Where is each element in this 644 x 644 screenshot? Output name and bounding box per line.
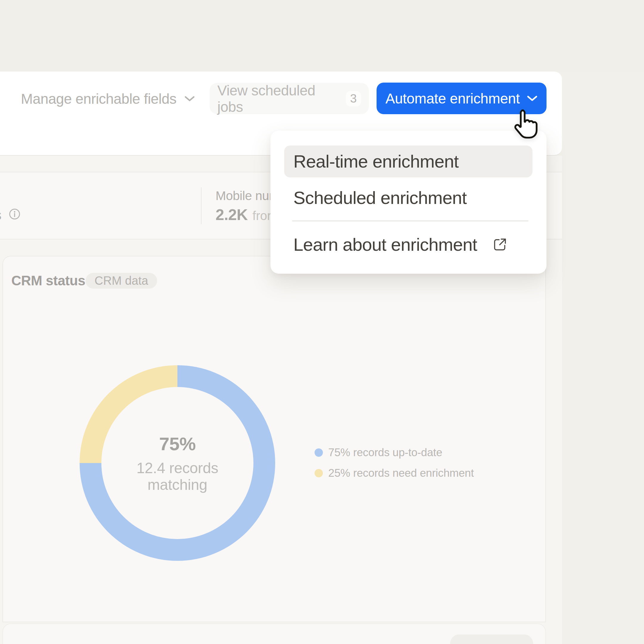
legend-label: 75% records up-to-date — [328, 446, 442, 459]
donut-center-caption-line2: matching — [148, 476, 207, 493]
partial-button[interactable] — [450, 634, 533, 644]
legend-dot-blue — [315, 448, 323, 457]
stats-metric-suffix: fror — [253, 209, 271, 223]
crm-data-badge-label: CRM data — [95, 274, 148, 287]
stats-metric-value-row: 2.2K fror — [216, 206, 271, 224]
info-icon[interactable] — [9, 208, 21, 220]
legend-label: 25% records need enrichment — [328, 467, 474, 479]
manage-enrichable-fields-dropdown[interactable]: Manage enrichable fields — [21, 83, 195, 114]
menu-item-label: Scheduled enrichment — [293, 188, 467, 208]
hand-pointer-cursor-icon — [512, 109, 540, 140]
chevron-down-icon — [184, 95, 195, 102]
stats-metric-label: Mobile nur — [216, 189, 273, 203]
donut-center-text: 75% 12.4 records matching — [80, 365, 275, 561]
view-scheduled-jobs-button[interactable]: View scheduled jobs 3 — [210, 83, 369, 114]
menu-item-label: Learn about enrichment — [293, 234, 477, 255]
view-scheduled-jobs-label: View scheduled jobs — [217, 82, 338, 115]
stats-left-text-fragment: s — [0, 207, 1, 223]
stats-vertical-divider — [201, 187, 202, 224]
crm-status-title: CRM status — [11, 273, 85, 289]
donut-center-value: 75% — [159, 433, 196, 454]
external-link-icon — [491, 236, 509, 253]
menu-item-learn-about-enrichment[interactable]: Learn about enrichment — [293, 235, 509, 254]
automate-enrichment-label: Automate enrichment — [386, 90, 520, 107]
menu-divider — [292, 221, 528, 221]
stats-metric-value: 2.2K — [216, 206, 248, 224]
legend-item-need-enrichment: 25% records need enrichment — [315, 467, 474, 479]
chevron-down-icon — [527, 95, 538, 102]
menu-item-real-time-enrichment[interactable]: Real-time enrichment — [284, 145, 532, 177]
legend-item-up-to-date: 75% records up-to-date — [315, 446, 442, 459]
menu-item-scheduled-enrichment[interactable]: Scheduled enrichment — [293, 188, 467, 207]
crm-data-badge: CRM data — [86, 273, 157, 289]
manage-enrichable-fields-label: Manage enrichable fields — [21, 91, 177, 107]
legend-dot-yellow — [315, 469, 323, 477]
menu-item-label: Real-time enrichment — [293, 151, 459, 172]
donut-center-caption-line1: 12.4 records — [137, 460, 218, 476]
scheduled-jobs-count-badge: 3 — [346, 91, 361, 106]
automate-enrichment-menu: Real-time enrichment Scheduled enrichmen… — [270, 131, 547, 274]
top-background-band — [0, 0, 644, 72]
